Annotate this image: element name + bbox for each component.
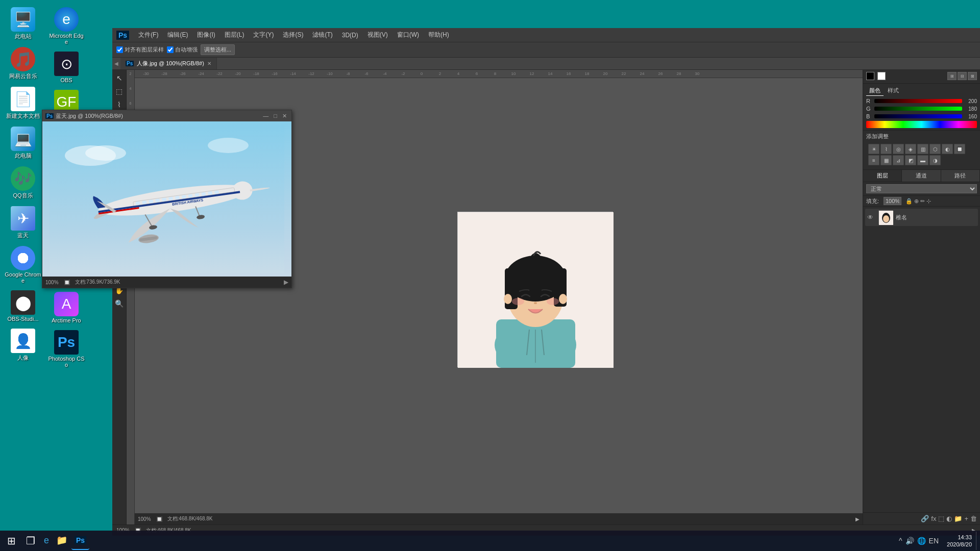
desktop-icon-blue[interactable]: ✈蓝天 (3, 204, 43, 241)
adj-invert[interactable]: ◑ (929, 155, 941, 165)
tab-channels[interactable]: 通道 (902, 170, 941, 182)
menu-file[interactable]: 文件(F) (134, 30, 162, 40)
adj-hsl[interactable]: ▥ (917, 144, 928, 154)
color-spectrum-bar[interactable] (866, 121, 977, 128)
adj-bw[interactable]: ◐ (942, 144, 953, 154)
taskbar-edge-app[interactable]: e (41, 532, 52, 550)
tab-layers[interactable]: 图层 (863, 170, 902, 182)
menu-layer[interactable]: 图层(L) (220, 30, 249, 40)
airplane-titlebar: Ps 蓝天.jpg @ 100%(RGB/8#) — □ ✕ (42, 110, 291, 121)
right-panel-btn1[interactable]: ⊞ (947, 72, 957, 80)
desktop-icon-person[interactable]: 👤人像 (3, 327, 43, 364)
tool-select-rect[interactable]: ⬚ (113, 85, 126, 97)
draw-icon[interactable]: ✏ (920, 198, 925, 205)
tab-color[interactable]: 颜色 (866, 86, 884, 96)
layer-item-0[interactable]: 👁 椎名 (865, 209, 978, 226)
desktop-icon-pc[interactable]: 🖥️此电站 (3, 5, 43, 42)
desktop-icon-ps[interactable]: PsPhotoshop CSo (46, 328, 87, 370)
layer-mask-btn[interactable]: ⬚ (938, 515, 944, 522)
tab-paths[interactable]: 路径 (941, 170, 980, 182)
desktop-icon-arctime[interactable]: AArctime Pro (46, 290, 87, 325)
desktop-icon-my-computer[interactable]: 💻此电脑 (3, 124, 43, 162)
aw-nav-right[interactable]: ▶ (284, 279, 288, 286)
layer-link-btn[interactable]: 🔗 (921, 515, 929, 522)
aw-minimize[interactable]: — (261, 113, 270, 119)
desktop-icon-chrome[interactable]: ●Google Chrome (3, 244, 43, 286)
desktop-icon-edge[interactable]: eMicrosoft Edge (46, 5, 87, 47)
edge-taskbar-icon: e (44, 535, 49, 546)
tab-scroll-left[interactable]: ◀ (112, 61, 120, 66)
desktop-icon-obs-studio[interactable]: ⬤OBS-Studi... (3, 288, 43, 324)
menu-image[interactable]: 图像(I) (193, 30, 219, 40)
menu-filter[interactable]: 滤镜(T) (308, 30, 336, 40)
move-icon[interactable]: ⊕ (914, 198, 919, 205)
desktop-icon-netease[interactable]: 🎵网易云音乐 (3, 45, 43, 82)
tool-lasso[interactable]: ⌇ (113, 98, 126, 111)
desktop-icon-new-doc[interactable]: 📄新建文本文档 (3, 85, 43, 122)
fg-color-box[interactable] (866, 72, 874, 80)
menu-window[interactable]: 窗口(W) (393, 30, 423, 40)
menu-3d[interactable]: 3D(D) (338, 31, 362, 40)
menu-select[interactable]: 选择(S) (279, 30, 307, 40)
green-slider[interactable] (874, 107, 962, 111)
taskbar-ps-app[interactable]: Ps (71, 532, 89, 550)
layer-delete-btn[interactable]: 🗑 (970, 515, 977, 522)
tray-volume[interactable]: 🔊 (905, 537, 914, 545)
tab-swatches[interactable]: 样式 (885, 86, 902, 96)
align-checkbox[interactable] (116, 46, 123, 53)
aw-maximize[interactable]: □ (272, 113, 279, 119)
canvas-nav-right[interactable]: ▶ (855, 516, 860, 522)
lock-icon[interactable]: 🔒 (905, 198, 913, 205)
desktop-icon-obs[interactable]: ⊙OBS (46, 49, 87, 85)
taskbar-explorer-app[interactable]: 📁 (53, 532, 70, 550)
tray-language[interactable]: EN (929, 537, 939, 545)
red-slider[interactable] (874, 99, 962, 103)
right-panel-btn3[interactable]: ⊠ (968, 72, 977, 80)
tray-network[interactable]: 🌐 (917, 537, 926, 545)
adj-mixer[interactable]: ≡ (868, 155, 879, 165)
auto-enhance-checkbox[interactable] (167, 46, 174, 53)
adj-exposure[interactable]: ◎ (893, 144, 904, 154)
taskbar-clock[interactable]: 14:33 2020/8/20 (944, 534, 975, 548)
color-swatches-panel: ⊞ ⊟ ⊠ (863, 70, 980, 84)
svg-rect-35 (175, 196, 180, 199)
bg-color-box[interactable] (877, 72, 886, 80)
adjust-selection-button[interactable]: 调整选框... (201, 44, 235, 55)
tab-portrait[interactable]: Ps 人像.jpg @ 100%(RGB/8#) ✕ (120, 58, 217, 69)
menu-edit[interactable]: 编辑(E) (163, 30, 192, 40)
blend-mode-select[interactable]: 正常 (866, 184, 977, 193)
obs-studio-icon: ⬤ (11, 290, 35, 315)
opacity-input[interactable] (884, 197, 901, 205)
adj-photo-filter[interactable]: 🔲 (954, 144, 965, 154)
tool-move[interactable]: ↖ (113, 72, 126, 84)
desktop-icon-qq-music[interactable]: 🎶QQ音乐 (3, 164, 43, 202)
layer-group-btn[interactable]: 📁 (954, 515, 962, 522)
start-button[interactable]: ⊞ (2, 532, 20, 550)
show-desktop-button[interactable] (976, 532, 978, 550)
position-icon[interactable]: ⊹ (926, 198, 931, 205)
tab-close-portrait[interactable]: ✕ (207, 61, 211, 66)
task-view-button[interactable]: ❐ (21, 532, 40, 550)
layer-adjustment-btn[interactable]: ◐ (946, 515, 952, 522)
blue-slider[interactable] (874, 114, 962, 118)
menu-view[interactable]: 视图(V) (363, 30, 392, 40)
adj-selective[interactable]: ◩ (905, 155, 916, 165)
layer-fx-btn[interactable]: fx (931, 515, 936, 522)
tool-zoom[interactable]: 🔍 (113, 297, 126, 310)
tray-hidden-icons[interactable]: ^ (899, 537, 902, 545)
adj-curves[interactable]: ⌇ (880, 144, 892, 154)
aw-close[interactable]: ✕ (281, 113, 288, 119)
layer-new-btn[interactable]: + (964, 515, 968, 522)
adj-colorbalance[interactable]: ⬡ (929, 144, 941, 154)
menu-text[interactable]: 文字(Y) (249, 30, 278, 40)
menu-help[interactable]: 帮助(H) (424, 30, 453, 40)
adj-threshold[interactable]: ⊿ (893, 155, 904, 165)
aw-title-text: 蓝天.jpg @ 100%(RGB/8#) (56, 112, 123, 120)
adj-gradient-map[interactable]: ▬ (917, 155, 928, 165)
adj-brightness[interactable]: ☀ (868, 144, 879, 154)
right-panel-btn2[interactable]: ⊟ (958, 72, 967, 80)
layers-tab-bar: 图层 通道 路径 (863, 170, 980, 182)
adj-posterize[interactable]: ▦ (880, 155, 892, 165)
adj-vibrance[interactable]: ◈ (905, 144, 916, 154)
layer-eye-icon[interactable]: 👁 (867, 214, 875, 221)
